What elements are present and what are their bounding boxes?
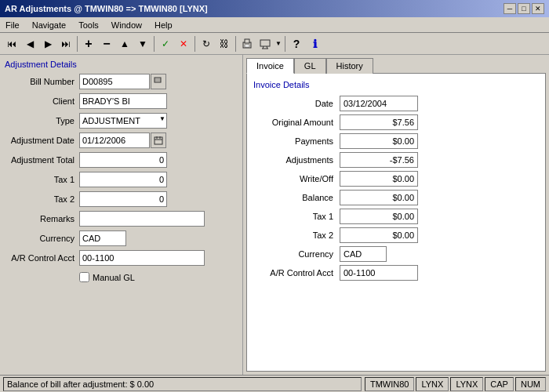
history-tab[interactable]: History xyxy=(326,58,373,74)
ar-control-row: A/R Control Acct xyxy=(5,250,238,266)
status-indicators: TMWIN80 LYNX LYNX CAP NUM xyxy=(365,377,546,391)
menu-help[interactable]: Help xyxy=(152,20,175,31)
cross-button[interactable]: ✕ xyxy=(175,35,192,53)
type-select-wrapper: ADJUSTMENT CREDIT DEBIT xyxy=(79,113,167,129)
manual-gl-checkbox[interactable] xyxy=(79,272,89,282)
adj-total-label: Adjustment Total xyxy=(5,155,79,165)
inv-balance-label: Balance xyxy=(253,193,340,202)
tax2-input[interactable] xyxy=(79,191,167,207)
minimize-button[interactable]: ─ xyxy=(504,3,516,14)
inv-payments-label: Payments xyxy=(253,136,340,146)
inv-orig-amount-input[interactable] xyxy=(340,114,418,130)
inv-date-label: Date xyxy=(253,99,340,108)
svg-rect-7 xyxy=(155,78,161,82)
inv-writeoff-row: Write/Off xyxy=(253,171,539,187)
adj-total-row: Adjustment Total xyxy=(5,152,238,168)
inv-ar-control-input[interactable] xyxy=(340,265,418,281)
tax1-row: Tax 1 xyxy=(5,172,238,187)
manual-gl-label: Manual GL xyxy=(93,273,135,282)
status-cap: CAP xyxy=(485,377,514,391)
tax2-row: Tax 2 xyxy=(5,191,238,207)
first-button[interactable]: ⏮ xyxy=(3,35,20,53)
delete-button[interactable]: − xyxy=(98,35,115,53)
toolbar-sep-3 xyxy=(195,36,195,52)
left-panel: Adjustment Details Bill Number Client Ty… xyxy=(0,55,243,375)
up-button[interactable]: ▲ xyxy=(116,35,133,53)
invoice-tab[interactable]: Invoice xyxy=(246,58,294,74)
help-button[interactable]: ? xyxy=(288,35,305,53)
gl-tab[interactable]: GL xyxy=(294,58,326,74)
menu-file[interactable]: File xyxy=(3,20,22,31)
main-content: Adjustment Details Bill Number Client Ty… xyxy=(0,55,549,375)
inv-ar-control-label: A/R Control Acct xyxy=(253,268,340,278)
checkmark-button[interactable]: ✓ xyxy=(157,35,174,53)
currency-input[interactable] xyxy=(79,230,126,246)
tax1-input[interactable] xyxy=(79,172,167,187)
toolbar: ⏮ ◀ ▶ ⏭ + − ▲ ▼ ✓ ✕ ↻ ⛓ ▼ ? ℹ xyxy=(0,33,549,55)
adj-date-label: Adjustment Date xyxy=(5,136,79,145)
adj-date-calendar-button[interactable] xyxy=(151,132,166,148)
ar-control-input[interactable] xyxy=(79,250,205,266)
inv-payments-row: Payments xyxy=(253,133,539,149)
status-lynx-2: LYNX xyxy=(450,377,483,391)
info-button[interactable]: ℹ xyxy=(306,35,323,53)
inv-balance-input[interactable] xyxy=(340,190,418,205)
add-button[interactable]: + xyxy=(80,35,97,53)
status-lynx-1: LYNX xyxy=(416,377,449,391)
title-bar: AR Adjustments @ TMWIN80 => TMWIN80 [LYN… xyxy=(0,0,549,17)
prev-button[interactable]: ◀ xyxy=(21,35,38,53)
client-label: Client xyxy=(5,96,79,106)
inv-payments-input[interactable] xyxy=(340,133,418,149)
invoice-section-title: Invoice Details xyxy=(253,80,539,89)
inv-adjustments-row: Adjustments xyxy=(253,152,539,168)
maximize-button[interactable]: □ xyxy=(518,3,530,14)
inv-tax2-row: Tax 2 xyxy=(253,227,539,243)
menu-tools[interactable]: Tools xyxy=(76,20,101,31)
currency-row: Currency xyxy=(5,230,238,246)
menu-navigate[interactable]: Navigate xyxy=(30,20,68,31)
inv-currency-row: Currency xyxy=(253,246,539,262)
refresh-button[interactable]: ↻ xyxy=(198,35,215,53)
type-select[interactable]: ADJUSTMENT CREDIT DEBIT xyxy=(79,113,167,129)
menu-window[interactable]: Window xyxy=(109,20,144,31)
client-input[interactable] xyxy=(79,93,167,109)
link-button[interactable]: ⛓ xyxy=(216,35,233,53)
dropdown-arrow[interactable]: ▼ xyxy=(274,35,282,53)
adj-total-input[interactable] xyxy=(79,152,167,168)
bill-number-input[interactable] xyxy=(79,74,150,89)
invoice-tab-content: Invoice Details Date Original Amount Pay… xyxy=(246,73,546,372)
status-num: NUM xyxy=(515,377,546,391)
client-row: Client xyxy=(5,93,238,109)
toolbar-sep-4 xyxy=(235,36,236,52)
inv-currency-input[interactable] xyxy=(340,246,387,262)
inv-writeoff-input[interactable] xyxy=(340,171,418,187)
screen-button[interactable] xyxy=(256,35,274,53)
right-panel-inner: Invoice GL History Invoice Details Date … xyxy=(246,58,546,372)
inv-adjustments-label: Adjustments xyxy=(253,155,340,165)
toolbar-sep-1 xyxy=(77,36,78,52)
tax2-label: Tax 2 xyxy=(5,194,79,204)
manual-gl-row: Manual GL xyxy=(79,272,238,282)
print-button[interactable] xyxy=(238,35,256,53)
inv-date-input[interactable] xyxy=(340,96,418,111)
window-title: AR Adjustments @ TMWIN80 => TMWIN80 [LYN… xyxy=(5,4,208,13)
tax1-label: Tax 1 xyxy=(5,175,79,184)
window-controls: ─ □ ✕ xyxy=(504,3,544,14)
bill-number-row: Bill Number xyxy=(5,74,238,89)
adj-date-input[interactable] xyxy=(79,132,150,148)
type-row: Type ADJUSTMENT CREDIT DEBIT xyxy=(5,113,238,129)
inv-tax2-input[interactable] xyxy=(340,227,418,243)
last-button[interactable]: ⏭ xyxy=(57,35,75,53)
next-button[interactable]: ▶ xyxy=(39,35,56,53)
currency-label: Currency xyxy=(5,234,79,243)
inv-date-row: Date xyxy=(253,96,539,111)
bill-number-label: Bill Number xyxy=(5,77,79,86)
inv-adjustments-input[interactable] xyxy=(340,152,418,168)
inv-currency-label: Currency xyxy=(253,249,340,259)
inv-tax1-input[interactable] xyxy=(340,209,418,224)
remarks-input[interactable] xyxy=(79,211,205,227)
down-button[interactable]: ▼ xyxy=(134,35,151,53)
toolbar-sep-2 xyxy=(154,36,155,52)
close-button[interactable]: ✕ xyxy=(532,3,544,14)
bill-number-lookup-button[interactable] xyxy=(151,74,166,89)
